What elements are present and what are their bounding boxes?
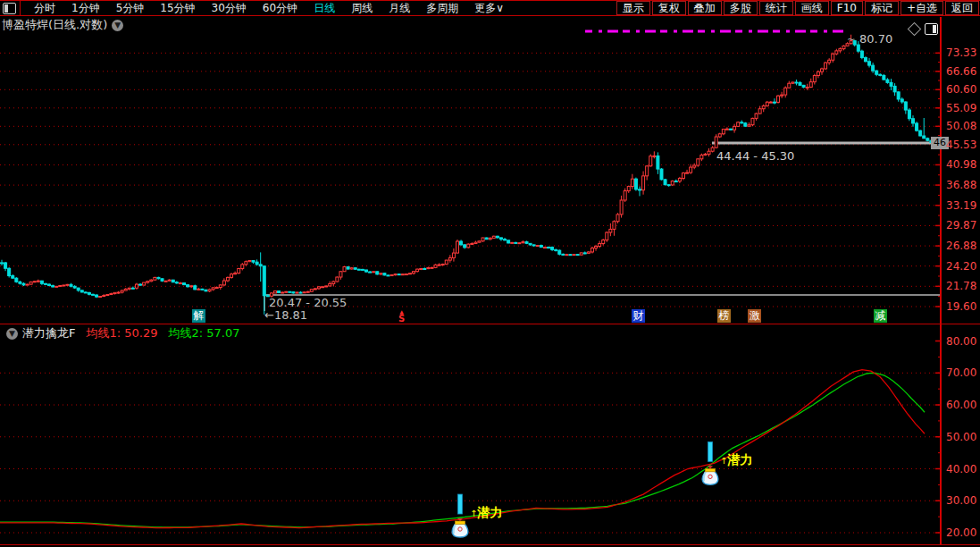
indicator-grid [0, 341, 941, 534]
main-y-axis-label: 60.60 [946, 83, 976, 96]
upper-gap-label: 44.44 - 45.30 [716, 149, 794, 163]
main-y-axis-label: 21.78 [946, 280, 976, 292]
main-y-axis-label: 29.87 [946, 219, 976, 231]
panel-separator-line [0, 324, 980, 324]
signal-marker [708, 442, 713, 461]
lowest-price-label: ←18.81 [264, 308, 307, 322]
main-y-axis-label: 40.98 [946, 158, 976, 171]
peak-arrow-squiggle: ~ [847, 34, 855, 46]
chart-canvas[interactable] [0, 0, 980, 547]
up-arrow-icon: ↑ [470, 509, 477, 518]
event-badge-榜[interactable]: 榜 [717, 309, 731, 323]
signal-label: ↑潜力 [720, 452, 752, 468]
up-arrow-icon: ↑ [720, 456, 727, 466]
indicator-header: ▼ 潜力擒龙F 均线1: 50.29 均线2: 57.07 [2, 326, 239, 341]
money-bag-icon [702, 466, 718, 484]
main-y-axis-label: 36.88 [946, 179, 976, 191]
event-badge-减[interactable]: 减 [874, 309, 887, 323]
main-y-axis-label: 66.66 [946, 65, 976, 78]
indicator-ma2-value: 均线2: 57.07 [168, 325, 239, 341]
event-badge-解[interactable]: 解 [192, 309, 205, 323]
main-y-axis-label: 26.88 [946, 240, 976, 252]
indicator-y-axis-label: 80.00 [946, 335, 976, 348]
lower-gap-label: 20.47 - 20.55 [269, 296, 347, 309]
candlestick-series [1, 35, 936, 315]
collapse-indicator-icon[interactable]: ▼ [6, 328, 18, 340]
money-bag-icon [452, 518, 468, 537]
indicator-y-axis-label: 40.00 [946, 463, 976, 475]
main-y-axis-label: 55.09 [946, 102, 976, 114]
bottom-border-line [0, 544, 980, 545]
sell-signal-marker: ▲ S [398, 308, 405, 323]
gap-lines [264, 143, 941, 311]
signal-marker [458, 494, 463, 514]
main-y-axis-label: 45.53 [946, 139, 976, 151]
indicator-y-axis-label: 70.00 [946, 366, 976, 379]
peak-price-label: 80.70 [859, 32, 892, 46]
main-y-axis-label: 19.60 [946, 300, 976, 313]
event-badge-激[interactable]: 激 [748, 309, 761, 323]
main-chart-grid [0, 53, 941, 307]
indicator-y-axis-label: 50.00 [946, 431, 976, 443]
signal-label: ↑潜力 [470, 505, 502, 521]
main-y-axis-label: 50.08 [946, 120, 976, 132]
indicator-y-axis-label: 20.00 [946, 526, 976, 539]
indicator-y-axis-label: 60.00 [946, 399, 976, 411]
indicator-name[interactable]: 潜力擒龙F [22, 325, 75, 341]
main-y-axis-label: 73.33 [946, 46, 976, 59]
main-y-axis-label: 33.19 [946, 199, 976, 212]
indicator-y-axis-label: 30.00 [946, 494, 976, 507]
main-y-axis-label: 24.20 [946, 260, 976, 273]
event-badge-财[interactable]: 财 [632, 309, 645, 323]
indicator-ma1-value: 均线1: 50.29 [86, 325, 157, 341]
